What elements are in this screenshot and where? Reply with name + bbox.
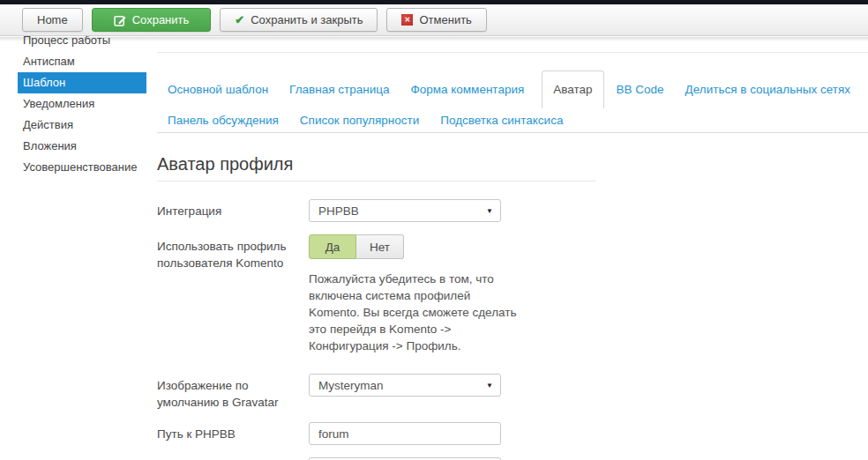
use-profile-toggle: Да Нет: [309, 234, 404, 259]
use-profile-label: Использовать профиль пользователя Koment…: [157, 234, 309, 361]
top-dark-bar: [0, 0, 868, 4]
tab-popularity-list[interactable]: Список популярности: [289, 114, 430, 127]
save-icon: [114, 14, 126, 26]
page-title: Аватар профиля: [157, 154, 596, 182]
tab-row-2: Панель обсуждения Список популярности По…: [157, 108, 868, 132]
check-icon: ✔: [235, 13, 244, 26]
tab-comment-form[interactable]: Форма комментария: [400, 83, 535, 96]
gravatar-default-select[interactable]: Mysteryman ▼: [309, 374, 501, 397]
tab-main-template[interactable]: Основной шаблон: [157, 83, 279, 96]
tab-social-share[interactable]: Делиться в социальных сетях: [675, 83, 861, 96]
integration-label: Интеграция: [157, 199, 309, 222]
sidebar-item-enhancement[interactable]: Усовершенствование: [18, 157, 146, 178]
toolbar: Home Сохранить ✔ Сохранить и закрыть ✕ О…: [0, 4, 868, 36]
tab-discussion-panel[interactable]: Панель обсуждения: [157, 114, 289, 127]
field-phpbb-path: Путь к PHPBB: [157, 422, 868, 445]
sidebar-item-attachments[interactable]: Вложения: [18, 136, 146, 157]
phpbb-path-label: Путь к PHPBB: [157, 422, 309, 445]
use-profile-help-text: Пожалуйста убедитесь в том, что включена…: [309, 271, 522, 354]
save-button[interactable]: Сохранить: [92, 8, 212, 32]
cancel-circle-icon: ✕: [401, 14, 413, 26]
settings-form: Интеграция PHPBB ▼ Использовать профиль …: [157, 199, 868, 460]
tab-syntax-highlight[interactable]: Подсветка синтаксиса: [430, 114, 573, 127]
save-close-button-label: Сохранить и закрыть: [251, 13, 363, 26]
cancel-button[interactable]: ✕ Отменить: [386, 8, 486, 32]
home-button[interactable]: Home: [22, 8, 83, 32]
cancel-button-label: Отменить: [419, 13, 471, 26]
tab-bar: Основной шаблон Главная страница Форма к…: [157, 70, 868, 133]
tab-row-1: Основной шаблон Главная страница Форма к…: [157, 70, 868, 108]
chevron-down-icon: ▼: [486, 382, 493, 390]
use-profile-yes-button[interactable]: Да: [309, 234, 356, 259]
home-button-label: Home: [37, 13, 68, 26]
sidebar-item-template[interactable]: Шаблон: [18, 72, 146, 93]
use-profile-no-button[interactable]: Нет: [356, 234, 404, 259]
sidebar: Процесс работы Антиспам Шаблон Уведомлен…: [18, 30, 146, 178]
main-content: Основной шаблон Главная страница Форма к…: [157, 52, 868, 460]
sidebar-item-notifications[interactable]: Уведомления: [18, 93, 146, 115]
gravatar-default-label: Изображение по умолчанию в Gravatar: [157, 374, 309, 411]
field-gravatar-default: Изображение по умолчанию в Gravatar Myst…: [157, 374, 868, 411]
integration-select[interactable]: PHPBB ▼: [309, 199, 501, 222]
tab-frontpage[interactable]: Главная страница: [279, 83, 400, 96]
phpbb-path-input[interactable]: [309, 422, 501, 445]
tab-avatar[interactable]: Аватар: [542, 70, 603, 108]
save-close-button[interactable]: ✔ Сохранить и закрыть: [220, 8, 378, 32]
sidebar-item-antispam[interactable]: Антиспам: [18, 51, 146, 72]
field-integration: Интеграция PHPBB ▼: [157, 199, 868, 222]
save-button-label: Сохранить: [132, 13, 190, 26]
gravatar-default-select-value: Mysteryman: [318, 379, 384, 392]
tab-bbcode[interactable]: BB Code: [606, 83, 675, 96]
integration-select-value: PHPBB: [318, 204, 359, 218]
sidebar-item-actions[interactable]: Действия: [18, 115, 146, 136]
field-use-profile: Использовать профиль пользователя Koment…: [157, 234, 868, 361]
chevron-down-icon: ▼: [486, 207, 493, 215]
